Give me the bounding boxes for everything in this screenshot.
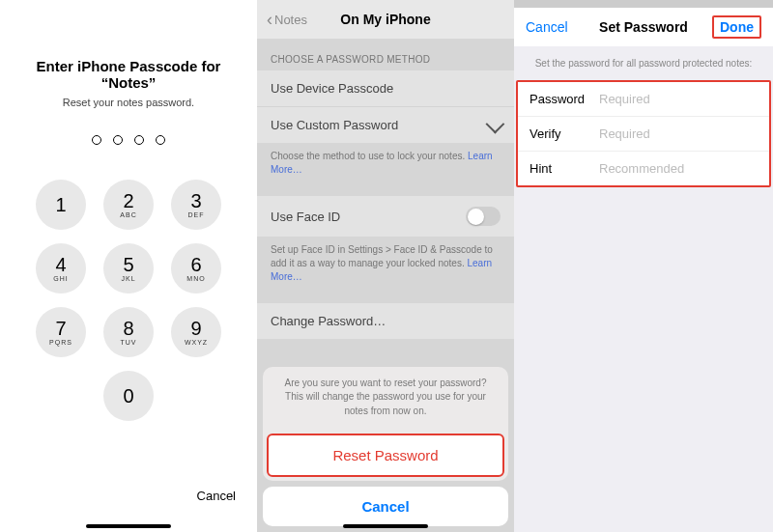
settings-body: CHOOSE A PASSWORD METHOD Use Device Pass…: [257, 39, 514, 339]
form-row-hint[interactable]: HintRecommended: [518, 152, 769, 185]
toggle-switch[interactable]: [466, 207, 501, 226]
reset-password-button[interactable]: Reset Password: [267, 434, 504, 477]
field-label: Password: [530, 92, 599, 106]
passcode-dot: [156, 135, 165, 145]
change-password-cell[interactable]: Change Password…: [257, 303, 514, 339]
keypad-key-7[interactable]: 7PQRS: [36, 307, 86, 357]
key-number: 0: [123, 386, 133, 406]
key-letters: JKL: [121, 275, 135, 282]
key-number: 8: [123, 319, 133, 338]
password-method-group: Use Device Passcode Use Custom Password: [257, 70, 514, 143]
key-number: 3: [190, 191, 201, 210]
cancel-button[interactable]: Cancel: [197, 489, 236, 503]
passcode-subtitle: Reset your notes password.: [0, 97, 257, 108]
faceid-footer: Set up Face ID in Settings > Face ID & P…: [257, 237, 514, 295]
key-number: 4: [55, 255, 66, 274]
nav-bar: Cancel Set Password Done: [514, 8, 773, 46]
keypad: 12ABC3DEF4GHI5JKL6MNO7PQRS8TUV9WXYZ0: [0, 180, 257, 421]
field-placeholder[interactable]: Required: [599, 92, 758, 106]
form-row-verify[interactable]: VerifyRequired: [518, 117, 769, 152]
home-indicator[interactable]: [343, 524, 428, 528]
use-device-passcode-cell[interactable]: Use Device Passcode: [257, 70, 514, 107]
action-sheet-message: Are you sure you want to reset your pass…: [263, 367, 508, 431]
key-letters: WXYZ: [185, 339, 208, 346]
use-face-id-cell[interactable]: Use Face ID: [257, 196, 514, 237]
back-button[interactable]: ‹ Notes: [267, 11, 307, 28]
key-number: 5: [123, 255, 133, 274]
key-letters: TUV: [121, 339, 137, 346]
key-number: 2: [123, 191, 133, 210]
checkmark-icon: [486, 114, 505, 133]
chevron-left-icon: ‹: [267, 11, 272, 28]
key-letters: PQRS: [49, 339, 72, 346]
keypad-key-8[interactable]: 8TUV: [103, 307, 154, 357]
key-number: 7: [55, 319, 66, 338]
cell-label: Use Face ID: [271, 210, 340, 224]
field-label: Verify: [530, 126, 599, 141]
sheet-grabber-area: [514, 0, 773, 8]
field-placeholder[interactable]: Recommended: [599, 161, 758, 176]
back-label: Notes: [274, 13, 307, 27]
keypad-key-9[interactable]: 9WXYZ: [171, 307, 221, 357]
passcode-title: Enter iPhone Passcode for “Notes”: [0, 58, 257, 91]
keypad-key-5[interactable]: 5JKL: [103, 243, 154, 294]
cell-label: Change Password…: [271, 314, 386, 328]
nav-bar: ‹ Notes On My iPhone: [257, 0, 514, 39]
key-letters: MNO: [186, 275, 205, 282]
passcode-dot: [113, 135, 123, 145]
keypad-key-6[interactable]: 6MNO: [171, 243, 221, 294]
section-header: CHOOSE A PASSWORD METHOD: [257, 39, 514, 70]
passcode-screen: Enter iPhone Passcode for “Notes” Reset …: [0, 0, 257, 532]
action-sheet-box: Are you sure you want to reset your pass…: [263, 367, 508, 482]
field-placeholder[interactable]: Required: [599, 126, 758, 141]
cancel-button[interactable]: Cancel: [526, 19, 568, 35]
form-row-password[interactable]: PasswordRequired: [518, 82, 769, 117]
key-number: 9: [190, 319, 201, 338]
password-form: PasswordRequiredVerifyRequiredHintRecomm…: [516, 80, 771, 187]
passcode-dots: [0, 135, 257, 145]
faceid-group: Use Face ID: [257, 196, 514, 237]
key-number: 6: [190, 255, 201, 274]
settings-screen: ‹ Notes On My iPhone CHOOSE A PASSWORD M…: [257, 0, 514, 532]
key-number: 1: [55, 195, 66, 214]
set-password-screen: Cancel Set Password Done Set the passwor…: [514, 0, 773, 532]
use-custom-password-cell[interactable]: Use Custom Password: [257, 107, 514, 143]
method-footer: Choose the method to use to lock your no…: [257, 143, 514, 188]
done-button[interactable]: Done: [712, 15, 761, 39]
action-sheet: Are you sure you want to reset your pass…: [257, 361, 514, 533]
passcode-dot: [134, 135, 144, 145]
passcode-dot: [92, 135, 101, 145]
field-label: Hint: [530, 161, 599, 176]
key-letters: DEF: [188, 211, 205, 218]
cell-label: Use Device Passcode: [271, 81, 393, 96]
keypad-key-0[interactable]: 0: [103, 371, 154, 421]
keypad-key-3[interactable]: 3DEF: [171, 180, 221, 230]
key-letters: GHI: [53, 275, 68, 282]
keypad-key-4[interactable]: 4GHI: [36, 243, 86, 294]
cancel-button[interactable]: Cancel: [263, 487, 508, 526]
home-indicator[interactable]: [86, 524, 171, 528]
change-password-group: Change Password…: [257, 303, 514, 339]
key-letters: ABC: [120, 211, 136, 218]
keypad-key-1[interactable]: 1: [36, 180, 86, 230]
set-password-subtitle: Set the password for all password protec…: [514, 46, 773, 80]
cell-label: Use Custom Password: [271, 118, 398, 132]
keypad-key-2[interactable]: 2ABC: [103, 180, 154, 230]
